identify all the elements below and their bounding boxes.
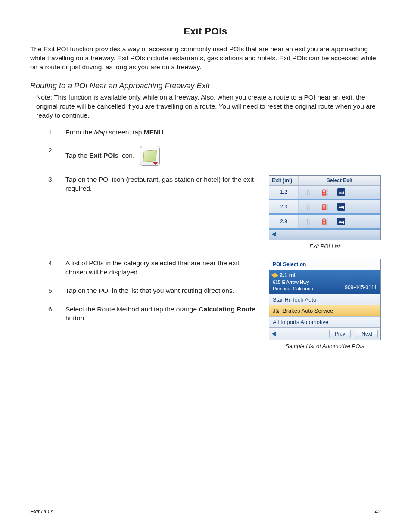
exit-list-caption: Exit POI List — [269, 243, 381, 249]
step-1-text: From the Map screen, tap MENU. — [65, 128, 381, 137]
poi-list-item[interactable]: Star Hi-Tech Auto — [269, 294, 380, 305]
poi-list-item[interactable]: All Imports Automotive — [269, 316, 380, 327]
page-number: 42 — [375, 508, 381, 515]
gas-station-icon[interactable]: ⛽ — [321, 188, 329, 196]
hotel-icon[interactable]: 🛏 — [337, 188, 345, 196]
exit-row[interactable]: 1.2 🍴 ⛽ 🛏 — [269, 186, 380, 200]
hotel-icon[interactable]: 🛏 — [337, 203, 345, 211]
prev-button[interactable]: Prev — [329, 330, 351, 338]
restaurant-icon[interactable]: 🍴 — [305, 188, 312, 196]
hotel-icon[interactable]: 🛏 — [337, 218, 345, 225]
footer-section-name: Exit POIs — [30, 508, 53, 515]
step-number: 3. — [48, 175, 56, 193]
next-button[interactable]: Next — [356, 330, 378, 338]
gas-station-icon[interactable]: ⛽ — [321, 218, 329, 225]
poi-selection-title: POI Selection — [269, 259, 380, 270]
step-2-text: Tap the Exit POIs icon. — [65, 146, 381, 166]
poi-list-item[interactable]: J&r Brakes Auto Service — [269, 305, 380, 316]
poi-selection-info: 2.1 mi 615 E Arrow Hwy Pomona, Californi… — [269, 270, 380, 293]
step-number: 2. — [48, 146, 56, 166]
exit-row[interactable]: 2.9 🍴 ⛽ 🛏 — [269, 215, 380, 230]
exit-pois-icon — [140, 146, 160, 166]
exit-poi-list-screenshot: Exit (mi) Select Exit 1.2 🍴 ⛽ 🛏 2.3 🍴 — [269, 175, 381, 240]
gas-station-icon[interactable]: ⛽ — [321, 203, 329, 211]
step-4-text: A list of POIs in the category selected … — [65, 259, 256, 277]
step-5-text: Tap on the POI in the list that you want… — [65, 286, 256, 296]
restaurant-icon[interactable]: 🍴 — [305, 203, 312, 211]
page-title: Exit POIs — [30, 26, 381, 37]
back-icon[interactable] — [272, 331, 276, 336]
exit-row[interactable]: 2.3 🍴 ⛽ 🛏 — [269, 200, 380, 215]
restaurant-icon[interactable]: 🍴 — [305, 218, 312, 225]
step-number: 4. — [48, 259, 56, 277]
note-paragraph: Note: This function is available only wh… — [36, 93, 381, 120]
step-6-text: Select the Route Method and tap the oran… — [65, 305, 256, 323]
step-number: 5. — [48, 286, 56, 296]
step-number: 1. — [48, 128, 56, 137]
poi-selection-caption: Sample List of Automotive POIs — [269, 343, 381, 349]
poi-selection-screenshot: POI Selection 2.1 mi 615 E Arrow Hwy Pom… — [269, 259, 381, 340]
exit-header-left: Exit (mi) — [269, 176, 299, 185]
back-icon[interactable] — [272, 232, 276, 237]
step-number: 6. — [48, 305, 56, 323]
intro-paragraph: The Exit POI function provides a way of … — [30, 45, 381, 72]
step-3-text: Tap on the POI icon (restaurant, gas sta… — [65, 175, 256, 193]
subheading: Routing to a POI Near an Approaching Fre… — [30, 81, 381, 90]
exit-header-right: Select Exit — [299, 176, 380, 185]
